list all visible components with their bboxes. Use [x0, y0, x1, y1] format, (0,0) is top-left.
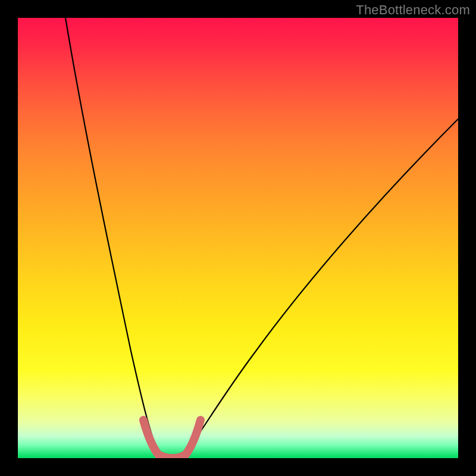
chart-frame: TheBottleneck.com [0, 0, 476, 476]
plot-area [18, 18, 458, 458]
chart-svg [18, 18, 458, 458]
watermark-text: TheBottleneck.com [356, 2, 470, 18]
curve-left-line [65, 18, 159, 456]
valley-highlight-line [143, 420, 201, 458]
curve-right-line [183, 119, 458, 456]
